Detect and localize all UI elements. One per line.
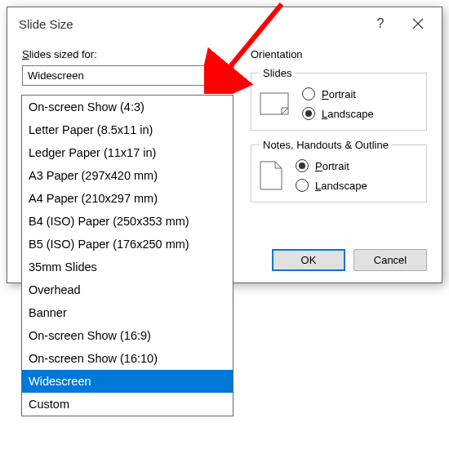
landscape-page-icon [260,92,289,115]
close-icon [412,18,424,29]
dropdown-item[interactable]: On-screen Show (4:3) [22,96,233,118]
slides-sized-for-dropdown-list[interactable]: On-screen Show (4:3)Letter Paper (8.5x11… [21,95,233,416]
portrait-page-icon [260,161,282,190]
combo-dropdown-button[interactable] [217,66,233,85]
svg-rect-2 [260,93,288,114]
dropdown-item[interactable]: Widescreen [22,370,233,393]
dropdown-item[interactable]: On-screen Show (16:9) [22,324,233,347]
close-button[interactable] [399,7,437,40]
radio-icon [302,87,315,100]
radio-label: Portrait [322,88,356,100]
radio-label: Portrait [315,160,349,172]
dropdown-item[interactable]: Letter Paper (8.5x11 in) [22,118,233,141]
slides-portrait-radio[interactable]: Portrait [302,87,374,100]
svg-marker-4 [260,162,282,189]
slides-landscape-radio[interactable]: Landscape [302,107,374,120]
dropdown-item[interactable]: Overhead [22,278,233,301]
dropdown-item[interactable]: Banner [22,301,233,324]
notes-landscape-radio[interactable]: Landscape [296,179,367,192]
dropdown-item[interactable]: On-screen Show (16:10) [22,347,233,370]
chevron-down-icon [222,73,230,78]
help-icon: ? [377,16,385,31]
notes-orientation-group: Notes, Handouts & Outline Portrait [251,139,427,202]
dialog-title: Slide Size [19,17,362,31]
right-column: Orientation Slides Portrait [251,48,427,211]
dropdown-item[interactable]: Custom [22,393,233,416]
orientation-heading: Orientation [251,48,427,60]
radio-icon-selected [302,107,315,120]
dropdown-item[interactable]: 35mm Slides [22,256,233,278]
titlebar: Slide Size ? [7,7,442,40]
button-row: OK Cancel [272,249,427,271]
cancel-button[interactable]: Cancel [353,249,427,271]
dropdown-item[interactable]: A4 Paper (210x297 mm) [22,187,233,210]
radio-label: Landscape [322,108,374,120]
radio-icon [296,179,309,192]
dropdown-item[interactable]: B5 (ISO) Paper (176x250 mm) [22,233,233,256]
help-button[interactable]: ? [362,7,399,40]
radio-label: Landscape [315,180,367,192]
radio-icon-selected [296,159,309,172]
dropdown-item[interactable]: B4 (ISO) Paper (250x353 mm) [22,210,233,233]
dropdown-item[interactable]: Ledger Paper (11x17 in) [22,141,233,164]
group-legend-slides: Slides [260,67,295,79]
group-legend-notes: Notes, Handouts & Outline [260,139,392,151]
dropdown-item[interactable]: A3 Paper (297x420 mm) [22,164,233,187]
slides-sized-for-label: Slides sized for: [22,48,234,60]
ok-button[interactable]: OK [272,249,345,271]
notes-portrait-radio[interactable]: Portrait [296,159,367,172]
combo-value: Widescreen [23,69,217,82]
slides-orientation-group: Slides Portrait [251,67,427,131]
slides-sized-for-combo[interactable]: Widescreen [22,65,234,86]
